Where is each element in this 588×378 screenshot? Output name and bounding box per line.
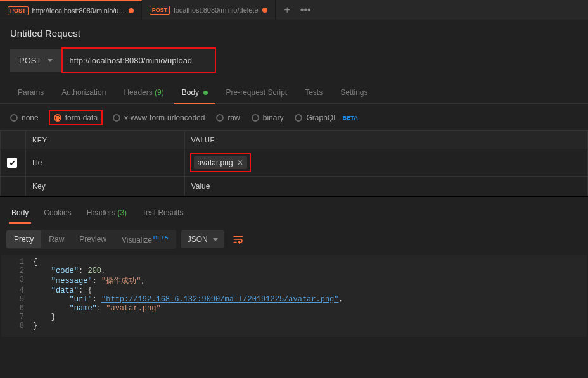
body-type-urlencoded-label: x-www-form-urlencoded xyxy=(124,113,205,122)
tab-prerequest[interactable]: Pre-request Script xyxy=(218,83,295,103)
resp-tab-headers-label: Headers xyxy=(87,208,115,217)
response-body[interactable]: 1{2 "code": 200,3 "message": "操作成功",4 "d… xyxy=(1,255,587,337)
body-type-none-label: none xyxy=(22,113,39,122)
view-visualize-button[interactable]: VisualizeBETA xyxy=(114,230,176,249)
body-type-urlencoded[interactable]: x-www-form-urlencoded xyxy=(113,113,205,122)
response-lang-select[interactable]: JSON xyxy=(181,230,224,248)
radio-icon xyxy=(10,114,18,122)
resp-tab-test-results[interactable]: Test Results xyxy=(139,206,186,222)
resp-tab-body[interactable]: Body xyxy=(9,206,31,222)
tab-body-label: Body xyxy=(182,88,199,97)
body-type-none[interactable]: none xyxy=(10,113,39,122)
file-chip: avatar.png ✕ xyxy=(194,156,247,169)
body-type-graphql-label: GraphQL xyxy=(306,113,337,122)
beta-badge: BETA xyxy=(153,234,169,241)
view-raw-button[interactable]: Raw xyxy=(41,230,72,248)
body-type-binary[interactable]: binary xyxy=(252,113,284,122)
tab-params[interactable]: Params xyxy=(10,83,51,103)
body-type-binary-label: binary xyxy=(263,113,284,122)
body-type-graphql[interactable]: GraphQLBETA xyxy=(295,113,357,122)
chevron-down-icon xyxy=(213,238,218,241)
formdata-table: KEY VALUE file avatar.png ✕ xyxy=(0,130,588,196)
body-type-raw[interactable]: raw xyxy=(216,113,240,122)
col-check-header xyxy=(1,131,26,149)
response-tabs: Body Cookies Headers (3) Test Results xyxy=(0,196,588,222)
tab-headers-label: Headers xyxy=(124,88,152,97)
tab-label: localhost:8080/minio/delete xyxy=(174,6,258,14)
body-type-row: none form-data x-www-form-urlencoded raw… xyxy=(0,104,588,130)
radio-icon xyxy=(54,114,61,122)
http-method-select[interactable]: POST xyxy=(10,49,61,72)
new-tab-button[interactable]: + xyxy=(281,4,294,16)
key-cell[interactable]: file xyxy=(26,149,185,177)
tab-settings[interactable]: Settings xyxy=(333,83,375,103)
resp-tab-cookies[interactable]: Cookies xyxy=(41,206,74,222)
tab-actions: + ••• xyxy=(276,0,320,20)
view-pretty-button[interactable]: Pretty xyxy=(6,230,41,248)
method-url-row: POST xyxy=(10,49,578,72)
body-type-formdata[interactable]: form-data xyxy=(50,111,101,124)
table-row: file avatar.png ✕ xyxy=(1,149,588,177)
body-type-raw-label: raw xyxy=(227,113,240,122)
table-row-empty: Key Value xyxy=(1,177,588,196)
tab-authorization[interactable]: Authorization xyxy=(54,83,113,103)
file-chip-name: avatar.png xyxy=(198,158,233,167)
tab-body[interactable]: Body xyxy=(174,83,216,103)
response-view-bar: Pretty Raw Preview VisualizeBETA JSON xyxy=(0,222,588,255)
wrap-icon xyxy=(233,234,244,245)
row-enabled-checkbox[interactable] xyxy=(7,158,17,168)
method-badge: POST xyxy=(150,6,170,15)
dirty-indicator-icon xyxy=(262,8,267,13)
radio-icon xyxy=(252,114,259,122)
radio-icon xyxy=(113,114,120,122)
key-input[interactable]: Key xyxy=(26,177,185,196)
check-icon xyxy=(8,159,16,167)
remove-file-button[interactable]: ✕ xyxy=(237,158,243,167)
tab-label: http://localhost:8080/minio/u... xyxy=(32,7,125,15)
tab-request-0[interactable]: POST http://localhost:8080/minio/u... xyxy=(0,0,142,20)
beta-badge: BETA xyxy=(343,115,358,121)
request-tabs: Params Authorization Headers (9) Body Pr… xyxy=(0,83,588,104)
col-key-header: KEY xyxy=(26,131,185,149)
wrap-lines-button[interactable] xyxy=(229,230,247,248)
tab-overflow-button[interactable]: ••• xyxy=(297,4,315,16)
tab-tests[interactable]: Tests xyxy=(297,83,330,103)
view-preview-button[interactable]: Preview xyxy=(72,230,114,248)
view-visualize-label: Visualize xyxy=(122,236,152,244)
body-type-formdata-label: form-data xyxy=(65,113,98,122)
http-method-label: POST xyxy=(19,56,41,65)
request-url-input[interactable] xyxy=(63,49,215,72)
value-cell[interactable]: avatar.png ✕ xyxy=(184,149,587,177)
radio-icon xyxy=(295,114,302,122)
dirty-indicator-icon xyxy=(129,8,134,13)
col-value-header: VALUE xyxy=(184,131,587,149)
value-input[interactable]: Value xyxy=(184,177,587,196)
body-active-indicator-icon xyxy=(203,91,208,95)
request-title: Untitled Request xyxy=(0,20,588,46)
chevron-down-icon xyxy=(48,59,53,62)
method-badge: POST xyxy=(8,6,29,15)
view-mode-group: Pretty Raw Preview VisualizeBETA xyxy=(6,230,176,249)
resp-tab-headers[interactable]: Headers (3) xyxy=(84,206,129,222)
tab-request-1[interactable]: POST localhost:8080/minio/delete xyxy=(142,0,276,20)
tab-headers-count: (9) xyxy=(155,88,164,97)
tab-headers[interactable]: Headers (9) xyxy=(116,83,171,103)
resp-tab-headers-count: (3) xyxy=(117,208,127,217)
response-lang-label: JSON xyxy=(188,235,208,244)
tabs-row: POST http://localhost:8080/minio/u... PO… xyxy=(0,0,588,20)
radio-icon xyxy=(216,114,224,122)
